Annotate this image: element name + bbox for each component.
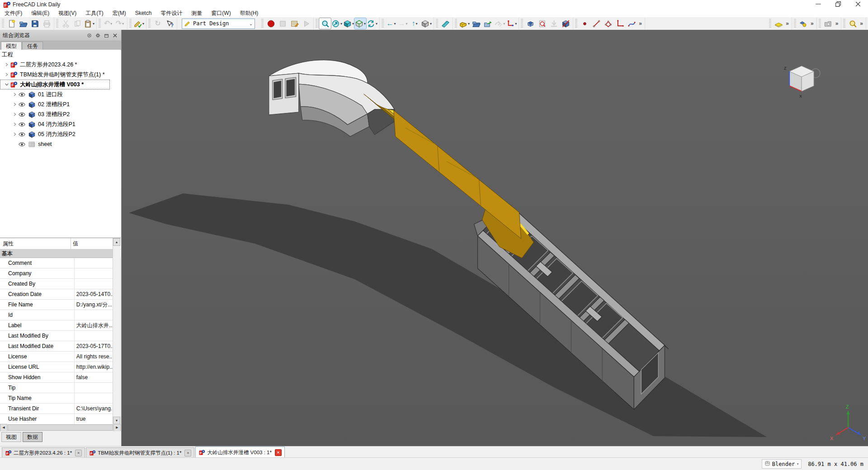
scroll-up-icon[interactable]: ▲ <box>113 238 120 246</box>
render-tools-button[interactable] <box>847 18 859 29</box>
property-hscrollbar[interactable]: ◀ ▶ <box>0 424 121 431</box>
create-part-button[interactable]: ▾ <box>458 18 470 29</box>
3d-viewport[interactable]: Z X Z Y X <box>122 30 868 446</box>
copy-button[interactable] <box>71 18 83 29</box>
share-link-button[interactable]: ▾ <box>494 18 505 29</box>
toolbar-handle[interactable] <box>129 19 132 28</box>
tree-item-05[interactable]: 05 消力池段P2 <box>0 129 121 139</box>
expander-icon[interactable] <box>12 122 18 127</box>
toolbar-handle[interactable] <box>819 19 821 28</box>
zoom-tools-button[interactable]: ▾ <box>331 18 343 29</box>
whats-this-button[interactable]: ? <box>164 18 175 29</box>
datum-axes-button[interactable]: ▾ <box>505 18 517 29</box>
menu-help[interactable]: 帮助(H) <box>236 9 263 17</box>
visibility-eye-icon[interactable] <box>18 91 26 99</box>
menu-partdesign[interactable]: 零件设计 <box>156 9 187 17</box>
clip-box-button[interactable]: ▾ <box>420 18 432 29</box>
validate-sketch-button[interactable] <box>536 18 548 29</box>
create-group-button[interactable] <box>470 18 482 29</box>
toolbar-handle[interactable] <box>843 19 845 28</box>
local-coords-button[interactable] <box>614 18 626 29</box>
toolbar-handle[interactable] <box>521 19 523 28</box>
isometric-view-button[interactable]: ▾ <box>343 18 354 29</box>
toolbar-handle[interactable] <box>261 19 264 28</box>
close-panel-icon[interactable] <box>111 32 118 39</box>
draw-style-button[interactable]: ▾ <box>354 18 366 29</box>
tree-doc-3[interactable]: F 大岭山排水井泄槽 V003 * <box>0 80 110 89</box>
float-panel-icon[interactable] <box>103 32 110 39</box>
close-tab-icon[interactable]: ✕ <box>75 450 82 456</box>
measure-button[interactable] <box>439 18 451 29</box>
expander-icon[interactable] <box>4 72 10 77</box>
create-line-button[interactable] <box>590 18 602 29</box>
toolbar-handle[interactable] <box>794 19 796 28</box>
nav-forward-button[interactable]: →▾ <box>397 18 409 29</box>
edit-mode-button[interactable]: ▾ <box>133 18 145 29</box>
minimize-button[interactable] <box>808 0 828 9</box>
tree-item-sheet[interactable]: sheet <box>0 139 121 149</box>
toolbar-overflow[interactable]: » <box>786 20 789 27</box>
expander-icon[interactable] <box>12 102 18 107</box>
create-polyline-button[interactable] <box>602 18 614 29</box>
panel-settings-icon[interactable] <box>94 32 101 39</box>
nav-up-button[interactable]: ↑▾ <box>409 18 420 29</box>
paste-button[interactable]: ▾ <box>83 18 95 29</box>
fit-all-button[interactable] <box>319 18 331 29</box>
tab-tasks[interactable]: 任务 <box>22 42 43 50</box>
create-body-button[interactable] <box>560 18 571 29</box>
new-file-button[interactable] <box>5 18 17 29</box>
toolbar-handle[interactable] <box>436 19 438 28</box>
model-inlet-section[interactable] <box>269 60 396 136</box>
sync-view-button[interactable]: ▾ <box>366 18 378 29</box>
property-vscrollbar[interactable]: ▲ ▼ <box>113 238 120 424</box>
layers-button[interactable] <box>773 18 784 29</box>
toolbar-handle[interactable] <box>382 19 384 28</box>
tab-data-properties[interactable]: 数据 <box>23 432 42 442</box>
tree-item-02[interactable]: 02 泄槽段P1 <box>0 99 121 109</box>
macro-play-button[interactable] <box>300 18 312 29</box>
expander-icon[interactable] <box>12 92 18 97</box>
refresh-button[interactable]: ↻ <box>152 18 164 29</box>
tree-item-01[interactable]: 01 进口段 <box>0 89 121 99</box>
undo-button[interactable]: ↶▾ <box>102 18 114 29</box>
print-button[interactable] <box>41 18 52 29</box>
toolbar-overflow[interactable]: » <box>811 20 814 27</box>
overlay-icon[interactable] <box>85 32 93 39</box>
tree-root[interactable]: 工程 <box>0 50 121 60</box>
visibility-eye-icon[interactable] <box>18 121 26 128</box>
import-geometry-button[interactable] <box>548 18 560 29</box>
visibility-eye-icon[interactable] <box>18 111 26 118</box>
menu-file[interactable]: 文件(F) <box>0 9 27 17</box>
toolbar-handle[interactable] <box>316 19 318 28</box>
menu-macro[interactable]: 宏(M) <box>108 9 131 17</box>
create-point-button[interactable] <box>579 18 590 29</box>
export-link-button[interactable] <box>482 18 494 29</box>
assembly-tools-button[interactable] <box>797 18 809 29</box>
visibility-eye-icon[interactable] <box>18 101 26 108</box>
close-tab-icon[interactable]: ✕ <box>275 449 282 456</box>
tab-view-properties[interactable]: 视图 <box>1 432 21 442</box>
scroll-right-icon[interactable]: ▶ <box>113 424 121 432</box>
toolbar-overflow[interactable]: » <box>860 20 863 27</box>
visibility-eye-icon[interactable] <box>18 141 26 148</box>
toolbar-handle[interactable] <box>56 19 58 28</box>
toolbar-overflow[interactable]: » <box>639 20 642 27</box>
menu-sketch[interactable]: Sketch <box>131 9 156 17</box>
workbench-selector[interactable]: Part Design⌄ <box>182 19 255 29</box>
macro-edit-button[interactable] <box>288 18 300 29</box>
toolbar-overflow[interactable]: » <box>835 20 839 27</box>
close-tab-icon[interactable]: ✕ <box>184 450 191 456</box>
document-tab-2[interactable]: F TBM始发井临时钢管支撑节点(1) : 1* ✕ <box>86 447 194 458</box>
pad-button[interactable] <box>524 18 536 29</box>
tree-item-03[interactable]: 03 泄槽段P2 <box>0 109 121 119</box>
macro-stop-button[interactable] <box>277 18 288 29</box>
macro-record-button[interactable] <box>265 18 277 29</box>
toolbar-handle[interactable] <box>99 19 101 28</box>
navigation-cube[interactable]: Z X <box>784 66 820 99</box>
toolbar-handle[interactable] <box>575 19 577 28</box>
open-file-button[interactable] <box>17 18 29 29</box>
menu-tools[interactable]: 工具(T) <box>81 9 108 17</box>
redo-button[interactable]: ↷▾ <box>114 18 126 29</box>
expander-icon[interactable] <box>12 112 18 117</box>
menu-view[interactable]: 视图(V) <box>54 9 81 17</box>
